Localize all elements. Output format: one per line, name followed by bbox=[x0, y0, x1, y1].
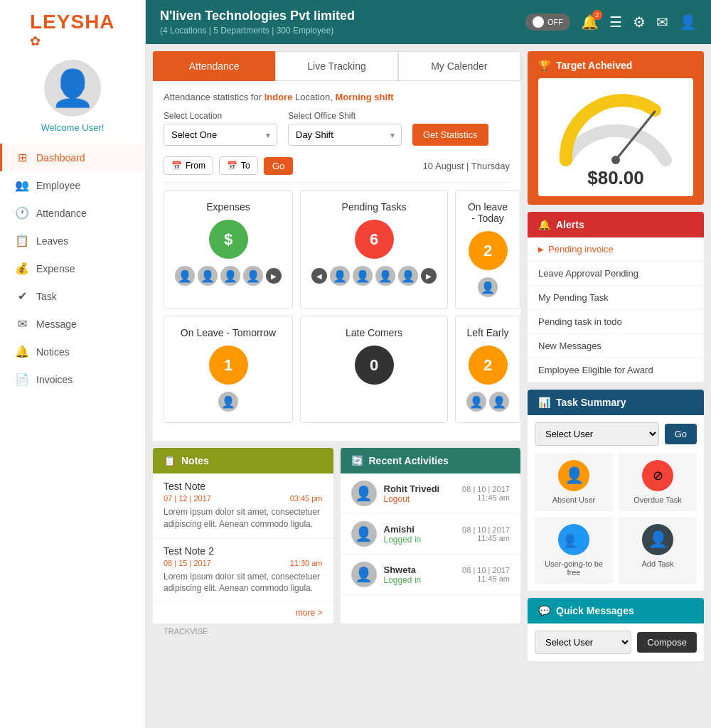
activity-name-1: Rohit Trivedi bbox=[384, 483, 456, 494]
add-task-item[interactable]: 👤 Add Task bbox=[619, 517, 697, 584]
tab-attendance[interactable]: Attendance bbox=[153, 51, 275, 81]
alert-item-3[interactable]: Pending task in todo bbox=[528, 310, 704, 334]
note-2-title: Test Note 2 bbox=[164, 545, 323, 557]
date-go-button[interactable]: Go bbox=[264, 157, 294, 175]
activities-header: 🔄 Recent Activities bbox=[341, 448, 521, 473]
alert-item-1[interactable]: Leave Approval Pending bbox=[528, 262, 704, 286]
alert-label-4: New Messages bbox=[538, 341, 602, 351]
attendance-icon: 🕐 bbox=[15, 206, 29, 220]
main-tabs: Attendance Live Tracking My Calender bbox=[153, 51, 520, 81]
activities-panel: 🔄 Recent Activities 👤 Rohit Trivedi Logo… bbox=[341, 448, 521, 623]
expenses-card: Expenses $ 👤 👤 👤 👤 ▶ bbox=[164, 190, 293, 309]
task-summary-title: Task Summary bbox=[556, 397, 626, 408]
avatar-2: 👤 bbox=[489, 392, 509, 412]
add-task-label: Add Task bbox=[641, 560, 673, 568]
avatar-1: 👤 bbox=[478, 277, 498, 297]
next-arrow[interactable]: ▶ bbox=[266, 268, 282, 284]
note-1-title: Test Note bbox=[164, 481, 323, 492]
trackvise-footer: TRACKVISE bbox=[153, 623, 520, 639]
note-1-time: 03:45 pm bbox=[290, 494, 323, 503]
quick-messages-icon: 💬 bbox=[538, 605, 550, 616]
avatar-2: 👤 bbox=[353, 266, 373, 286]
alert-item-5[interactable]: Employee Eligible for Award bbox=[528, 358, 704, 382]
late-comers-title: Late Comers bbox=[311, 327, 437, 338]
absent-user-label: Absent User bbox=[552, 496, 596, 504]
alert-label-3: Pending task in todo bbox=[538, 316, 622, 327]
main-area: N'liven Technologies Pvt limited (4 Loca… bbox=[146, 0, 711, 728]
task-summary-card: 📊 Task Summary Select User Go 👤 Absent U… bbox=[528, 390, 704, 591]
left-early-card: Left Early 2 👤 👤 bbox=[455, 316, 520, 423]
on-leave-tomorrow-avatars: 👤 bbox=[175, 392, 282, 412]
activity-time-1: 08 | 10 | 2017 11:45 am bbox=[462, 485, 510, 502]
sidebar-item-task[interactable]: ✔ Task bbox=[0, 282, 145, 310]
expenses-title: Expenses bbox=[175, 201, 282, 213]
notes-title: Notes bbox=[181, 455, 209, 466]
task-select-row: Select User Go bbox=[528, 415, 704, 453]
user-avatar-icon: 👤 bbox=[50, 68, 95, 109]
alert-arrow-icon: ▶ bbox=[538, 245, 544, 253]
location-select[interactable]: Select One bbox=[164, 124, 277, 146]
qm-user-select[interactable]: Select User bbox=[535, 631, 631, 654]
task-icon: ✔ bbox=[15, 289, 29, 303]
next-arrow[interactable]: ▶ bbox=[421, 268, 437, 284]
current-date: 10 August | Thursday bbox=[423, 161, 510, 171]
task-go-button[interactable]: Go bbox=[665, 424, 697, 444]
pending-tasks-circle: 6 bbox=[355, 220, 394, 259]
prev-arrow[interactable]: ◀ bbox=[311, 268, 327, 284]
task-user-select[interactable]: Select User bbox=[535, 422, 659, 446]
overdue-task-item[interactable]: ⊘ Overdue Task bbox=[619, 453, 697, 511]
mail-icon[interactable]: ✉ bbox=[656, 14, 668, 31]
notes-icon: 📋 bbox=[164, 455, 176, 466]
stats-grid: Expenses $ 👤 👤 👤 👤 ▶ bbox=[164, 190, 510, 423]
sidebar-item-message[interactable]: ✉ Message bbox=[0, 310, 145, 338]
expenses-avatars: 👤 👤 👤 👤 ▶ bbox=[175, 266, 282, 286]
tab-live-tracking[interactable]: Live Tracking bbox=[275, 51, 397, 81]
sidebar-item-dashboard[interactable]: ⊞ Dashboard bbox=[0, 144, 145, 171]
sidebar-item-label: Attendance bbox=[36, 208, 87, 219]
sidebar-item-leaves[interactable]: 📋 Leaves bbox=[0, 227, 145, 255]
toggle-button[interactable]: OFF bbox=[525, 14, 570, 31]
user-free-item[interactable]: 👥 User-going-to be free bbox=[535, 517, 613, 584]
activity-item-1: 👤 Rohit Trivedi Logout 08 | 10 | 2017 11… bbox=[341, 473, 521, 514]
task-summary-icon: 📊 bbox=[538, 397, 550, 408]
quick-messages-header: 💬 Quick Messages bbox=[528, 598, 704, 623]
alerts-header: 🔔 Alerts bbox=[528, 212, 704, 237]
notes-more-link[interactable]: more > bbox=[153, 602, 333, 623]
activity-item-2: 👤 Amishi Logged in 08 | 10 | 2017 11:45 … bbox=[341, 514, 521, 555]
sidebar-item-invoices[interactable]: 📄 Invoices bbox=[0, 365, 145, 393]
get-statistics-button[interactable]: Get Statistics bbox=[412, 124, 488, 146]
from-date-button[interactable]: 📅 From bbox=[164, 156, 213, 175]
user-free-icon: 👥 bbox=[558, 524, 589, 555]
sidebar-item-label: Dashboard bbox=[36, 152, 85, 164]
to-date-button[interactable]: 📅 To bbox=[219, 156, 258, 175]
activity-info-3: Shweta Logged in bbox=[384, 564, 456, 585]
shift-select[interactable]: Day Shift bbox=[288, 124, 402, 146]
tab-my-calender[interactable]: My Calender bbox=[398, 51, 520, 81]
location-select-wrapper: Select One bbox=[164, 124, 277, 146]
avatar-3: 👤 bbox=[220, 266, 240, 286]
alert-item-0[interactable]: ▶ Pending invoice bbox=[528, 237, 704, 262]
sidebar-item-attendance[interactable]: 🕐 Attendance bbox=[0, 199, 145, 227]
sidebar-item-notices[interactable]: 🔔 Notices bbox=[0, 338, 145, 365]
filter-row: Select Location Select One Select Office… bbox=[164, 111, 510, 146]
absent-user-item[interactable]: 👤 Absent User bbox=[535, 453, 613, 511]
compose-button[interactable]: Compose bbox=[637, 632, 697, 653]
logo: LEYSHA ✿ bbox=[30, 11, 115, 49]
alert-item-2[interactable]: My Pending Task bbox=[528, 286, 704, 310]
settings-icon[interactable]: ⚙ bbox=[633, 14, 646, 31]
alert-item-4[interactable]: New Messages bbox=[528, 334, 704, 358]
on-leave-today-title: On leave - Today bbox=[466, 201, 509, 224]
sidebar-item-employee[interactable]: 👥 Employee bbox=[0, 171, 145, 199]
calendar-from-icon: 📅 bbox=[171, 161, 182, 171]
quick-messages-row: Select User Compose bbox=[528, 623, 704, 661]
absent-user-icon: 👤 bbox=[558, 460, 589, 491]
activity-name-2: Amishi bbox=[384, 524, 456, 535]
overdue-task-icon: ⊘ bbox=[642, 460, 673, 491]
list-icon[interactable]: ☰ bbox=[609, 14, 622, 31]
svg-point-1 bbox=[611, 156, 620, 164]
calendar-to-icon: 📅 bbox=[227, 161, 237, 171]
sidebar-item-expense[interactable]: 💰 Expense bbox=[0, 255, 145, 282]
user-icon[interactable]: 👤 bbox=[679, 14, 697, 31]
on-leave-today-avatars: 👤 bbox=[466, 277, 509, 297]
alerts-card: 🔔 Alerts ▶ Pending invoice Leave Approva… bbox=[528, 212, 704, 382]
